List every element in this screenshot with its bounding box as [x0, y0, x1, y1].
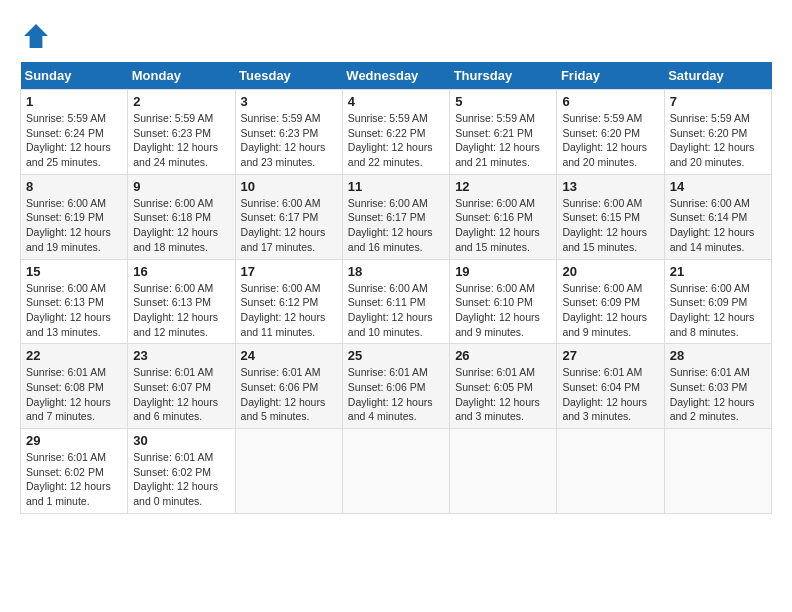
day-number: 25: [348, 348, 444, 363]
day-info: Sunrise: 6:01 AMSunset: 6:05 PMDaylight:…: [455, 365, 551, 424]
day-number: 8: [26, 179, 122, 194]
day-info: Sunrise: 5:59 AMSunset: 6:22 PMDaylight:…: [348, 111, 444, 170]
weekday-header: Monday: [128, 62, 235, 90]
calendar-day-cell: 15Sunrise: 6:00 AMSunset: 6:13 PMDayligh…: [21, 259, 128, 344]
day-number: 19: [455, 264, 551, 279]
calendar-day-cell: 1Sunrise: 5:59 AMSunset: 6:24 PMDaylight…: [21, 90, 128, 175]
calendar-day-cell: 28Sunrise: 6:01 AMSunset: 6:03 PMDayligh…: [664, 344, 771, 429]
day-info: Sunrise: 6:00 AMSunset: 6:13 PMDaylight:…: [26, 281, 122, 340]
weekday-header: Tuesday: [235, 62, 342, 90]
calendar-header-row: SundayMondayTuesdayWednesdayThursdayFrid…: [21, 62, 772, 90]
calendar-day-cell: 2Sunrise: 5:59 AMSunset: 6:23 PMDaylight…: [128, 90, 235, 175]
day-info: Sunrise: 5:59 AMSunset: 6:23 PMDaylight:…: [133, 111, 229, 170]
weekday-header: Sunday: [21, 62, 128, 90]
day-info: Sunrise: 6:01 AMSunset: 6:06 PMDaylight:…: [348, 365, 444, 424]
day-number: 7: [670, 94, 766, 109]
day-info: Sunrise: 5:59 AMSunset: 6:21 PMDaylight:…: [455, 111, 551, 170]
day-number: 18: [348, 264, 444, 279]
day-info: Sunrise: 6:00 AMSunset: 6:09 PMDaylight:…: [562, 281, 658, 340]
calendar-body: 1Sunrise: 5:59 AMSunset: 6:24 PMDaylight…: [21, 90, 772, 514]
day-number: 21: [670, 264, 766, 279]
svg-marker-0: [24, 24, 48, 48]
calendar-day-cell: 22Sunrise: 6:01 AMSunset: 6:08 PMDayligh…: [21, 344, 128, 429]
calendar-day-cell: 29Sunrise: 6:01 AMSunset: 6:02 PMDayligh…: [21, 429, 128, 514]
calendar-day-cell: 9Sunrise: 6:00 AMSunset: 6:18 PMDaylight…: [128, 174, 235, 259]
calendar-day-cell: 21Sunrise: 6:00 AMSunset: 6:09 PMDayligh…: [664, 259, 771, 344]
day-info: Sunrise: 6:01 AMSunset: 6:03 PMDaylight:…: [670, 365, 766, 424]
calendar-day-cell: [235, 429, 342, 514]
calendar-week-row: 22Sunrise: 6:01 AMSunset: 6:08 PMDayligh…: [21, 344, 772, 429]
day-number: 29: [26, 433, 122, 448]
day-number: 9: [133, 179, 229, 194]
day-info: Sunrise: 6:01 AMSunset: 6:02 PMDaylight:…: [133, 450, 229, 509]
page-header: [20, 20, 772, 52]
day-number: 13: [562, 179, 658, 194]
calendar-week-row: 1Sunrise: 5:59 AMSunset: 6:24 PMDaylight…: [21, 90, 772, 175]
day-info: Sunrise: 6:01 AMSunset: 6:08 PMDaylight:…: [26, 365, 122, 424]
calendar-day-cell: 25Sunrise: 6:01 AMSunset: 6:06 PMDayligh…: [342, 344, 449, 429]
calendar-day-cell: 18Sunrise: 6:00 AMSunset: 6:11 PMDayligh…: [342, 259, 449, 344]
logo-icon: [20, 20, 52, 52]
day-number: 15: [26, 264, 122, 279]
calendar-day-cell: 10Sunrise: 6:00 AMSunset: 6:17 PMDayligh…: [235, 174, 342, 259]
day-info: Sunrise: 6:00 AMSunset: 6:12 PMDaylight:…: [241, 281, 337, 340]
day-info: Sunrise: 6:00 AMSunset: 6:14 PMDaylight:…: [670, 196, 766, 255]
day-number: 4: [348, 94, 444, 109]
day-info: Sunrise: 6:00 AMSunset: 6:18 PMDaylight:…: [133, 196, 229, 255]
calendar-day-cell: 27Sunrise: 6:01 AMSunset: 6:04 PMDayligh…: [557, 344, 664, 429]
day-number: 16: [133, 264, 229, 279]
day-info: Sunrise: 6:00 AMSunset: 6:10 PMDaylight:…: [455, 281, 551, 340]
day-info: Sunrise: 6:00 AMSunset: 6:11 PMDaylight:…: [348, 281, 444, 340]
day-number: 24: [241, 348, 337, 363]
day-info: Sunrise: 6:00 AMSunset: 6:16 PMDaylight:…: [455, 196, 551, 255]
day-number: 23: [133, 348, 229, 363]
day-info: Sunrise: 6:01 AMSunset: 6:02 PMDaylight:…: [26, 450, 122, 509]
calendar-day-cell: [664, 429, 771, 514]
calendar-day-cell: 7Sunrise: 5:59 AMSunset: 6:20 PMDaylight…: [664, 90, 771, 175]
day-number: 3: [241, 94, 337, 109]
calendar-day-cell: 3Sunrise: 5:59 AMSunset: 6:23 PMDaylight…: [235, 90, 342, 175]
day-info: Sunrise: 6:01 AMSunset: 6:06 PMDaylight:…: [241, 365, 337, 424]
calendar-week-row: 15Sunrise: 6:00 AMSunset: 6:13 PMDayligh…: [21, 259, 772, 344]
day-number: 6: [562, 94, 658, 109]
calendar-day-cell: 13Sunrise: 6:00 AMSunset: 6:15 PMDayligh…: [557, 174, 664, 259]
day-info: Sunrise: 6:00 AMSunset: 6:19 PMDaylight:…: [26, 196, 122, 255]
day-number: 30: [133, 433, 229, 448]
calendar-day-cell: 23Sunrise: 6:01 AMSunset: 6:07 PMDayligh…: [128, 344, 235, 429]
calendar-day-cell: 16Sunrise: 6:00 AMSunset: 6:13 PMDayligh…: [128, 259, 235, 344]
day-number: 12: [455, 179, 551, 194]
day-info: Sunrise: 6:01 AMSunset: 6:04 PMDaylight:…: [562, 365, 658, 424]
calendar-day-cell: [557, 429, 664, 514]
weekday-header: Wednesday: [342, 62, 449, 90]
calendar-day-cell: 6Sunrise: 5:59 AMSunset: 6:20 PMDaylight…: [557, 90, 664, 175]
day-number: 28: [670, 348, 766, 363]
calendar-table: SundayMondayTuesdayWednesdayThursdayFrid…: [20, 62, 772, 514]
day-info: Sunrise: 6:00 AMSunset: 6:17 PMDaylight:…: [241, 196, 337, 255]
day-number: 17: [241, 264, 337, 279]
day-number: 14: [670, 179, 766, 194]
day-number: 10: [241, 179, 337, 194]
calendar-day-cell: 30Sunrise: 6:01 AMSunset: 6:02 PMDayligh…: [128, 429, 235, 514]
day-number: 5: [455, 94, 551, 109]
day-info: Sunrise: 5:59 AMSunset: 6:23 PMDaylight:…: [241, 111, 337, 170]
calendar-day-cell: 14Sunrise: 6:00 AMSunset: 6:14 PMDayligh…: [664, 174, 771, 259]
day-number: 20: [562, 264, 658, 279]
day-info: Sunrise: 5:59 AMSunset: 6:24 PMDaylight:…: [26, 111, 122, 170]
day-info: Sunrise: 6:01 AMSunset: 6:07 PMDaylight:…: [133, 365, 229, 424]
day-number: 27: [562, 348, 658, 363]
weekday-header: Friday: [557, 62, 664, 90]
day-info: Sunrise: 6:00 AMSunset: 6:17 PMDaylight:…: [348, 196, 444, 255]
day-number: 11: [348, 179, 444, 194]
calendar-day-cell: [342, 429, 449, 514]
day-number: 22: [26, 348, 122, 363]
weekday-header: Thursday: [450, 62, 557, 90]
day-info: Sunrise: 6:00 AMSunset: 6:13 PMDaylight:…: [133, 281, 229, 340]
calendar-day-cell: 17Sunrise: 6:00 AMSunset: 6:12 PMDayligh…: [235, 259, 342, 344]
day-info: Sunrise: 6:00 AMSunset: 6:15 PMDaylight:…: [562, 196, 658, 255]
day-number: 2: [133, 94, 229, 109]
calendar-day-cell: 24Sunrise: 6:01 AMSunset: 6:06 PMDayligh…: [235, 344, 342, 429]
weekday-header: Saturday: [664, 62, 771, 90]
logo: [20, 20, 56, 52]
calendar-day-cell: 20Sunrise: 6:00 AMSunset: 6:09 PMDayligh…: [557, 259, 664, 344]
day-number: 26: [455, 348, 551, 363]
